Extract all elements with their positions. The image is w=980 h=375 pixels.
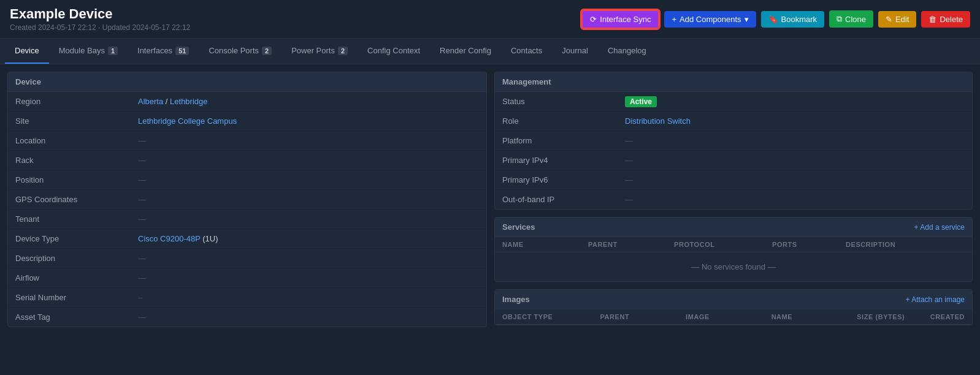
main-content: Device Region Alberta / Lethbridge Site … — [0, 64, 980, 335]
field-description: Description — — [8, 249, 486, 268]
field-asset-tag: Asset Tag — — [8, 308, 486, 327]
tab-device[interactable]: Device — [5, 39, 49, 64]
region-alberta-link[interactable]: Alberta — [138, 97, 163, 106]
right-panel: Management Status Active Role Distributi… — [494, 72, 973, 327]
images-table-header: Object Type Parent Image Name Size (Byte… — [495, 309, 972, 325]
field-tenant: Tenant — — [8, 210, 486, 229]
tab-interfaces[interactable]: Interfaces 51 — [128, 39, 199, 64]
module-bays-badge: 1 — [108, 47, 118, 55]
services-title: Services — [502, 222, 535, 232]
tabs-bar: Device Module Bays 1 Interfaces 51 Conso… — [0, 39, 980, 64]
field-device-type: Device Type Cisco C9200-48P (1U) — [8, 229, 486, 249]
field-gps-coordinates: GPS Coordinates — — [8, 190, 486, 210]
delete-button[interactable]: 🗑 Delete — [921, 11, 970, 28]
clone-icon: ⧉ — [836, 14, 842, 24]
services-header: Services + Add a service — [495, 218, 972, 237]
plus-icon: + — [672, 15, 676, 24]
page-header: Example Device Created 2024-05-17 22:12 … — [0, 0, 980, 39]
edit-icon: ✎ — [886, 15, 892, 24]
chevron-down-icon: ▾ — [745, 15, 749, 24]
tab-power-ports[interactable]: Power Ports 2 — [281, 39, 358, 64]
field-status: Status Active — [495, 92, 972, 112]
services-panel: Services + Add a service Name Parent Pro… — [494, 217, 973, 282]
tab-render-config[interactable]: Render Config — [430, 39, 501, 64]
status-badge: Active — [625, 96, 657, 107]
tab-module-bays[interactable]: Module Bays 1 — [49, 39, 128, 64]
site-link[interactable]: Lethbridge College Campus — [138, 116, 237, 126]
power-ports-badge: 2 — [338, 47, 348, 55]
images-title: Images — [502, 295, 530, 304]
services-table-header: Name Parent Protocol Ports Description — [495, 237, 972, 252]
management-panel: Management Status Active Role Distributi… — [494, 72, 973, 210]
interface-sync-button[interactable]: ⟳ Interface Sync — [581, 10, 659, 29]
field-location: Location — — [8, 131, 486, 151]
bookmark-button[interactable]: 🔖 Bookmark — [761, 11, 825, 28]
page-title: Example Device — [10, 6, 190, 22]
add-components-button[interactable]: + Add Components ▾ — [664, 11, 756, 28]
field-platform: Platform — — [495, 131, 972, 151]
field-serial-number: Serial Number – — [8, 288, 486, 308]
header-left: Example Device Created 2024-05-17 22:12 … — [10, 6, 190, 32]
field-site: Site Lethbridge College Campus — [8, 112, 486, 131]
region-lethbridge-link[interactable]: Lethbridge — [170, 97, 207, 106]
tab-contacts[interactable]: Contacts — [501, 39, 552, 64]
sync-icon: ⟳ — [590, 15, 597, 24]
header-actions: ⟳ Interface Sync + Add Components ▾ 🔖 Bo… — [581, 10, 970, 29]
clone-button[interactable]: ⧉ Clone — [829, 10, 873, 28]
field-primary-ipv6: Primary IPv6 — — [495, 170, 972, 190]
management-section-header: Management — [495, 72, 972, 92]
device-section-header: Device — [8, 72, 486, 92]
field-role: Role Distribution Switch — [495, 112, 972, 131]
tab-journal[interactable]: Journal — [552, 39, 598, 64]
services-no-data: — No services found — — [495, 252, 972, 281]
page-subtitle: Created 2024-05-17 22:12 · Updated 2024-… — [10, 23, 190, 32]
bookmark-icon: 🔖 — [768, 15, 778, 24]
edit-button[interactable]: ✎ Edit — [878, 11, 916, 28]
attach-image-link[interactable]: + Attach an image — [906, 295, 965, 304]
interfaces-badge: 51 — [175, 47, 189, 55]
role-link[interactable]: Distribution Switch — [625, 116, 691, 126]
delete-icon: 🗑 — [928, 15, 936, 24]
device-type-link[interactable]: Cisco C9200-48P — [138, 234, 201, 243]
images-header: Images + Attach an image — [495, 290, 972, 309]
tab-changelog[interactable]: Changelog — [598, 39, 656, 64]
field-primary-ipv4: Primary IPv4 — — [495, 151, 972, 170]
add-service-link[interactable]: + Add a service — [914, 223, 965, 232]
images-panel: Images + Attach an image Object Type Par… — [494, 289, 973, 325]
field-out-of-band-ip: Out-of-band IP — — [495, 190, 972, 209]
console-ports-badge: 2 — [262, 47, 272, 55]
tab-console-ports[interactable]: Console Ports 2 — [199, 39, 281, 64]
tab-config-context[interactable]: Config Context — [358, 39, 430, 64]
field-rack: Rack — — [8, 151, 486, 170]
field-region: Region Alberta / Lethbridge — [8, 92, 486, 112]
field-position: Position — — [8, 170, 486, 190]
device-panel: Device Region Alberta / Lethbridge Site … — [7, 72, 487, 327]
field-airflow: Airflow — — [8, 268, 486, 288]
